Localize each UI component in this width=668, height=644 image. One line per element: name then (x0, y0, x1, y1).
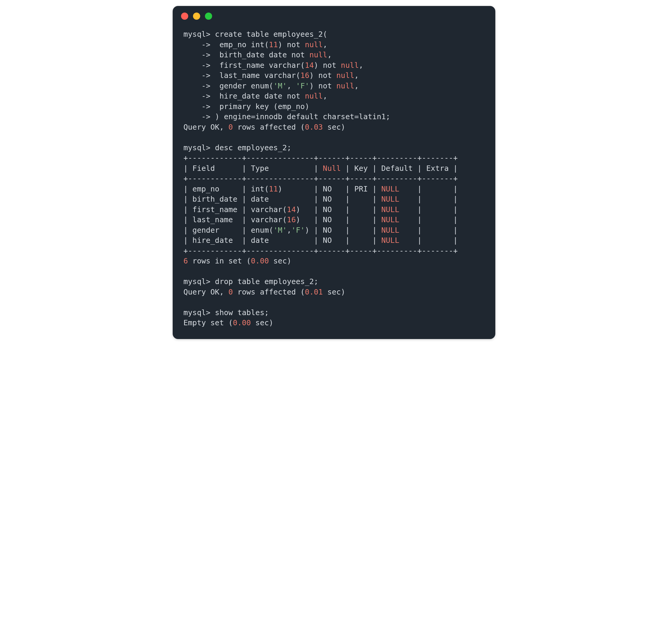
sql-drop-cmd: drop table employees_2; (215, 277, 318, 286)
sql-keyword-null: null (305, 40, 323, 49)
sql-create-line: create table employees_2( (215, 30, 327, 39)
table-row-text: | | (399, 185, 458, 193)
result-text: rows in set ( (188, 257, 251, 265)
result-text: sec) (269, 257, 291, 265)
table-row-null: NULL (381, 226, 399, 234)
table-row-text: | | (399, 205, 458, 214)
cont-prompt: -> (201, 61, 210, 70)
sql-text: first_name varchar( (215, 61, 305, 70)
table-header-null: Null (323, 164, 341, 173)
zoom-icon[interactable] (205, 13, 212, 20)
table-row-null: NULL (381, 215, 399, 224)
table-header-text: | Key | Default | Extra | (341, 164, 458, 173)
table-row-string: 'M' (273, 226, 287, 234)
sql-keyword-null: null (305, 92, 323, 101)
sql-text: ) engine=innodb default charset=latin1; (215, 112, 390, 121)
table-border: +------------+---------------+------+---… (183, 154, 458, 162)
table-row-text: ) | NO | | (296, 205, 381, 214)
prompt: mysql> (183, 277, 210, 286)
sql-text: , (328, 50, 332, 59)
result-number: 0.03 (305, 123, 323, 132)
result-number: 6 (183, 257, 188, 265)
result-number: 0.00 (233, 318, 251, 327)
cont-prompt: -> (201, 71, 210, 80)
table-row-text: , (287, 226, 291, 234)
window-titlebar (173, 6, 495, 23)
result-number: 0.01 (305, 288, 323, 296)
sql-string: 'F' (296, 81, 309, 90)
table-row-text: | first_name | varchar( (183, 205, 287, 214)
sql-text: , (354, 71, 359, 80)
minimize-icon[interactable] (193, 13, 200, 20)
sql-text: primary key (emp_no) (215, 102, 309, 111)
result-text: sec) (323, 288, 345, 296)
table-row-text: | gender | enum( (183, 226, 273, 234)
table-border: +------------+---------------+------+---… (183, 246, 458, 255)
table-row-number: 16 (287, 215, 296, 224)
sql-text: last_name varchar( (215, 71, 300, 80)
table-row-text: | | (399, 226, 458, 234)
sql-keyword-null: null (309, 50, 327, 59)
close-icon[interactable] (181, 13, 188, 20)
sql-keyword-null: null (341, 61, 359, 70)
sql-text: birth_date date not (215, 50, 309, 59)
table-row-null: NULL (381, 205, 399, 214)
prompt: mysql> (183, 308, 210, 317)
cont-prompt: -> (201, 50, 210, 59)
result-number: 0.00 (251, 257, 269, 265)
table-row-text: | | (399, 236, 458, 245)
result-text: sec) (323, 123, 345, 132)
sql-text: ) not (309, 71, 336, 80)
terminal-window: mysql> create table employees_2( -> emp_… (173, 6, 495, 339)
table-row-null: NULL (381, 195, 399, 203)
table-row-number: 11 (269, 185, 278, 193)
result-number: 0 (229, 123, 233, 132)
sql-text: , (323, 40, 328, 49)
sql-number: 14 (305, 61, 314, 70)
result-text: Query OK, (183, 123, 229, 132)
sql-text: emp_no int( (215, 40, 269, 49)
cont-prompt: -> (201, 112, 210, 121)
sql-string: 'M' (273, 81, 287, 90)
table-row-text: ) | NO | | (305, 226, 381, 234)
table-border: +------------+---------------+------+---… (183, 174, 458, 183)
table-row-text: | emp_no | int( (183, 185, 269, 193)
result-text: Empty set ( (183, 318, 233, 327)
table-row-string: 'F' (291, 226, 305, 234)
sql-text: hire_date date not (215, 92, 305, 101)
table-row-null: NULL (381, 236, 399, 245)
sql-number: 11 (269, 40, 278, 49)
result-text: Query OK, (183, 288, 229, 296)
sql-text: , (287, 81, 296, 90)
sql-desc-cmd: desc employees_2; (215, 143, 291, 152)
sql-text: gender enum( (215, 81, 273, 90)
sql-keyword-null: null (336, 71, 354, 80)
result-text: rows affected ( (233, 123, 305, 132)
result-number: 0 (229, 288, 233, 296)
terminal-content[interactable]: mysql> create table employees_2( -> emp_… (173, 23, 495, 339)
table-row-number: 14 (287, 205, 296, 214)
cont-prompt: -> (201, 102, 210, 111)
table-row-null: NULL (381, 185, 399, 193)
table-row-text: | | (399, 215, 458, 224)
cont-prompt: -> (201, 40, 210, 49)
result-text: rows affected ( (233, 288, 305, 296)
sql-text: , (354, 81, 359, 90)
table-row-text: ) | NO | | (296, 215, 381, 224)
table-row-text: | last_name | varchar( (183, 215, 287, 224)
sql-text: ) not (278, 40, 305, 49)
table-row-text: ) | NO | PRI | (278, 185, 381, 193)
result-text: sec) (251, 318, 273, 327)
table-row-text: | birth_date | date | NO | | (183, 195, 381, 203)
table-row-text: | | (399, 195, 458, 203)
table-row-text: | hire_date | date | NO | | (183, 236, 381, 245)
prompt: mysql> (183, 30, 210, 39)
sql-text: ) not (309, 81, 336, 90)
sql-text: , (359, 61, 363, 70)
sql-text: , (323, 92, 328, 101)
sql-number: 16 (300, 71, 309, 80)
prompt: mysql> (183, 143, 210, 152)
cont-prompt: -> (201, 81, 210, 90)
sql-text: ) not (314, 61, 341, 70)
sql-show-cmd: show tables; (215, 308, 269, 317)
